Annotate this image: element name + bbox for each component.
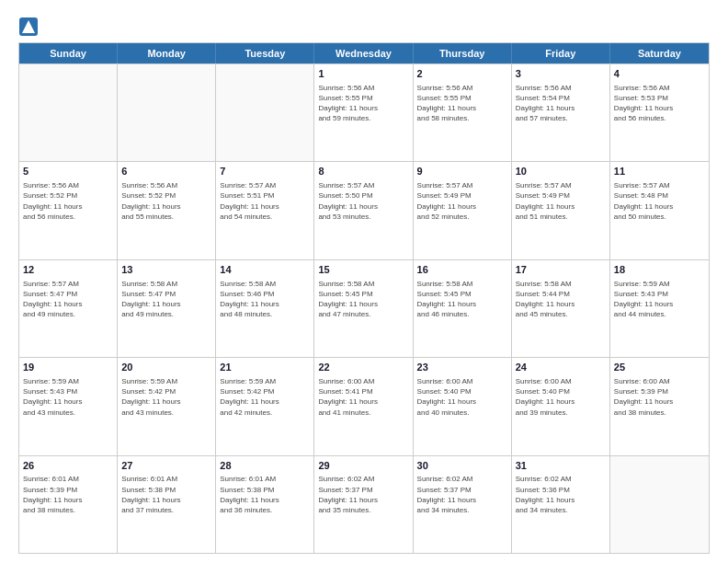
day-cell-22: 22Sunrise: 6:00 AM Sunset: 5:41 PM Dayli…	[314, 358, 413, 454]
day-info: Sunrise: 5:57 AM Sunset: 5:49 PM Dayligh…	[516, 180, 606, 222]
day-info: Sunrise: 5:58 AM Sunset: 5:47 PM Dayligh…	[121, 279, 211, 320]
day-number: 16	[417, 263, 507, 277]
day-number: 3	[516, 67, 606, 81]
day-header-thursday: Thursday	[414, 43, 512, 63]
day-number: 26	[23, 459, 113, 473]
logo-icon	[18, 17, 39, 37]
day-number: 27	[121, 459, 211, 473]
day-info: Sunrise: 5:57 AM Sunset: 5:47 PM Dayligh…	[23, 279, 113, 320]
day-cell-8: 8Sunrise: 5:57 AM Sunset: 5:50 PM Daylig…	[314, 162, 413, 259]
day-number: 4	[614, 67, 705, 81]
day-cell-26: 26Sunrise: 6:01 AM Sunset: 5:39 PM Dayli…	[19, 456, 118, 553]
day-cell-7: 7Sunrise: 5:57 AM Sunset: 5:51 PM Daylig…	[216, 162, 314, 259]
page: SundayMondayTuesdayWednesdayThursdayFrid…	[0, 0, 728, 563]
day-cell-17: 17Sunrise: 5:58 AM Sunset: 5:44 PM Dayli…	[512, 260, 610, 357]
week-row-5: 26Sunrise: 6:01 AM Sunset: 5:39 PM Dayli…	[19, 455, 709, 553]
day-cell-12: 12Sunrise: 5:57 AM Sunset: 5:47 PM Dayli…	[19, 260, 118, 357]
day-cell-29: 29Sunrise: 6:02 AM Sunset: 5:37 PM Dayli…	[314, 456, 413, 553]
empty-cell	[19, 64, 118, 161]
day-info: Sunrise: 6:01 AM Sunset: 5:39 PM Dayligh…	[23, 474, 113, 515]
day-number: 18	[614, 263, 705, 277]
day-info: Sunrise: 6:02 AM Sunset: 5:37 PM Dayligh…	[318, 474, 408, 515]
day-info: Sunrise: 5:58 AM Sunset: 5:45 PM Dayligh…	[318, 279, 408, 320]
day-number: 15	[318, 263, 408, 277]
day-info: Sunrise: 5:57 AM Sunset: 5:48 PM Dayligh…	[614, 180, 705, 222]
day-cell-18: 18Sunrise: 5:59 AM Sunset: 5:43 PM Dayli…	[610, 260, 709, 357]
day-cell-19: 19Sunrise: 5:59 AM Sunset: 5:43 PM Dayli…	[19, 358, 118, 454]
day-info: Sunrise: 5:56 AM Sunset: 5:54 PM Dayligh…	[516, 83, 606, 124]
day-info: Sunrise: 6:00 AM Sunset: 5:39 PM Dayligh…	[614, 376, 705, 418]
day-number: 21	[220, 361, 310, 374]
day-cell-3: 3Sunrise: 5:56 AM Sunset: 5:54 PM Daylig…	[512, 64, 610, 161]
day-info: Sunrise: 5:56 AM Sunset: 5:52 PM Dayligh…	[23, 180, 113, 222]
day-number: 23	[417, 361, 507, 374]
day-number: 12	[23, 263, 113, 277]
calendar-body: 1Sunrise: 5:56 AM Sunset: 5:55 PM Daylig…	[19, 63, 709, 553]
day-number: 6	[121, 165, 211, 178]
day-number: 24	[516, 361, 606, 374]
day-cell-28: 28Sunrise: 6:01 AM Sunset: 5:38 PM Dayli…	[216, 456, 314, 553]
day-cell-5: 5Sunrise: 5:56 AM Sunset: 5:52 PM Daylig…	[19, 162, 118, 259]
day-header-saturday: Saturday	[610, 43, 709, 63]
day-cell-20: 20Sunrise: 5:59 AM Sunset: 5:42 PM Dayli…	[118, 358, 216, 454]
week-row-3: 12Sunrise: 5:57 AM Sunset: 5:47 PM Dayli…	[19, 259, 709, 357]
header	[18, 17, 710, 37]
day-info: Sunrise: 5:59 AM Sunset: 5:42 PM Dayligh…	[220, 376, 310, 418]
day-number: 17	[516, 263, 606, 277]
day-number: 9	[417, 165, 507, 178]
day-cell-15: 15Sunrise: 5:58 AM Sunset: 5:45 PM Dayli…	[314, 260, 413, 357]
day-info: Sunrise: 6:01 AM Sunset: 5:38 PM Dayligh…	[220, 474, 310, 515]
day-cell-13: 13Sunrise: 5:58 AM Sunset: 5:47 PM Dayli…	[118, 260, 216, 357]
day-number: 31	[516, 459, 606, 473]
day-number: 8	[318, 165, 408, 178]
day-header-monday: Monday	[118, 43, 216, 63]
day-number: 19	[23, 361, 113, 374]
day-info: Sunrise: 5:58 AM Sunset: 5:44 PM Dayligh…	[516, 279, 606, 320]
day-number: 20	[121, 361, 211, 374]
day-cell-27: 27Sunrise: 6:01 AM Sunset: 5:38 PM Dayli…	[118, 456, 216, 553]
day-cell-25: 25Sunrise: 6:00 AM Sunset: 5:39 PM Dayli…	[610, 358, 709, 454]
day-info: Sunrise: 6:00 AM Sunset: 5:40 PM Dayligh…	[516, 376, 606, 418]
day-cell-30: 30Sunrise: 6:02 AM Sunset: 5:37 PM Dayli…	[414, 456, 512, 553]
day-info: Sunrise: 5:59 AM Sunset: 5:43 PM Dayligh…	[614, 279, 705, 320]
day-info: Sunrise: 5:59 AM Sunset: 5:43 PM Dayligh…	[23, 376, 113, 418]
day-number: 25	[614, 361, 705, 374]
week-row-1: 1Sunrise: 5:56 AM Sunset: 5:55 PM Daylig…	[19, 63, 709, 161]
calendar: SundayMondayTuesdayWednesdayThursdayFrid…	[18, 42, 710, 554]
day-cell-16: 16Sunrise: 5:58 AM Sunset: 5:45 PM Dayli…	[414, 260, 512, 357]
empty-cell	[610, 456, 709, 553]
day-cell-10: 10Sunrise: 5:57 AM Sunset: 5:49 PM Dayli…	[512, 162, 610, 259]
day-info: Sunrise: 5:57 AM Sunset: 5:49 PM Dayligh…	[417, 180, 507, 222]
day-info: Sunrise: 5:56 AM Sunset: 5:55 PM Dayligh…	[417, 83, 507, 124]
day-number: 28	[220, 459, 310, 473]
day-info: Sunrise: 6:02 AM Sunset: 5:37 PM Dayligh…	[417, 474, 507, 515]
calendar-header: SundayMondayTuesdayWednesdayThursdayFrid…	[19, 43, 709, 63]
day-number: 11	[614, 165, 705, 178]
day-cell-11: 11Sunrise: 5:57 AM Sunset: 5:48 PM Dayli…	[610, 162, 709, 259]
day-cell-4: 4Sunrise: 5:56 AM Sunset: 5:53 PM Daylig…	[610, 64, 709, 161]
day-cell-14: 14Sunrise: 5:58 AM Sunset: 5:46 PM Dayli…	[216, 260, 314, 357]
day-number: 13	[121, 263, 211, 277]
day-number: 7	[220, 165, 310, 178]
day-header-friday: Friday	[512, 43, 610, 63]
day-info: Sunrise: 5:58 AM Sunset: 5:45 PM Dayligh…	[417, 279, 507, 320]
empty-cell	[216, 64, 314, 161]
day-info: Sunrise: 6:00 AM Sunset: 5:41 PM Dayligh…	[318, 376, 408, 418]
day-info: Sunrise: 6:02 AM Sunset: 5:36 PM Dayligh…	[516, 474, 606, 515]
day-cell-21: 21Sunrise: 5:59 AM Sunset: 5:42 PM Dayli…	[216, 358, 314, 454]
day-number: 30	[417, 459, 507, 473]
day-number: 29	[318, 459, 408, 473]
day-number: 14	[220, 263, 310, 277]
week-row-4: 19Sunrise: 5:59 AM Sunset: 5:43 PM Dayli…	[19, 357, 709, 454]
day-info: Sunrise: 5:56 AM Sunset: 5:55 PM Dayligh…	[318, 83, 408, 124]
day-info: Sunrise: 5:57 AM Sunset: 5:50 PM Dayligh…	[318, 180, 408, 222]
logo	[18, 17, 41, 37]
day-cell-24: 24Sunrise: 6:00 AM Sunset: 5:40 PM Dayli…	[512, 358, 610, 454]
day-info: Sunrise: 5:56 AM Sunset: 5:53 PM Dayligh…	[614, 83, 705, 124]
day-info: Sunrise: 5:59 AM Sunset: 5:42 PM Dayligh…	[121, 376, 211, 418]
day-number: 1	[318, 67, 408, 81]
day-number: 22	[318, 361, 408, 374]
day-info: Sunrise: 5:58 AM Sunset: 5:46 PM Dayligh…	[220, 279, 310, 320]
day-number: 2	[417, 67, 507, 81]
day-cell-23: 23Sunrise: 6:00 AM Sunset: 5:40 PM Dayli…	[414, 358, 512, 454]
